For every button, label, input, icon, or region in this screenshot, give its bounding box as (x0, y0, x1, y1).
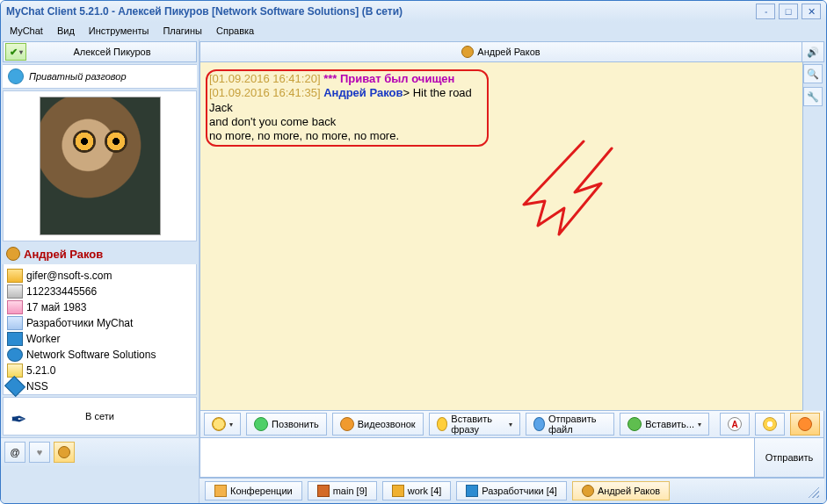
annotation-box: [01.09.2016 16:41:20] *** Приват был очи… (206, 69, 489, 147)
message-input[interactable] (200, 438, 754, 477)
person-icon (58, 446, 70, 458)
tab-main[interactable]: main [9] (308, 481, 377, 500)
annotation-arrow-icon (506, 131, 629, 271)
menu-view[interactable]: Вид (52, 24, 80, 38)
chat-sep: > (403, 86, 412, 99)
menubar: MyChat Вид Инструменты Плагины Справка (1, 22, 826, 40)
tabs-bar: Конференции main [9] work [4] Разработчи… (199, 478, 824, 503)
paste-button[interactable]: Вставить... ▾ (620, 413, 709, 436)
info-org: Network Software Solutions (7, 347, 192, 363)
tab-developers[interactable]: Разработчики [4] (456, 481, 567, 500)
chat-header-name: Андрей Раков (477, 47, 540, 57)
user-icon (582, 485, 594, 497)
self-status-button[interactable]: ✔▾ (5, 43, 26, 61)
chat-line-message: [01.09.2016 16:41:35] Андрей Раков> Hit … (209, 86, 482, 143)
chat-sender: Андрей Раков (323, 86, 403, 99)
home-icon (214, 485, 227, 497)
maximize-button[interactable]: □ (779, 4, 798, 19)
chat-header: Андрей Раков 🔊 (199, 41, 824, 62)
chat-header-tab[interactable]: Андрей Раков (200, 42, 802, 61)
avatar-area (3, 90, 197, 241)
chat-body-wrap: [01.09.2016 16:41:20] *** Приват был очи… (199, 62, 824, 411)
chat-line-system: [01.09.2016 16:41:20] *** Приват был очи… (209, 72, 482, 86)
titlebar: MyChat Client 5.21.0 - Алексей Пикуров [… (1, 1, 826, 22)
magic-button[interactable] (755, 413, 785, 436)
diamond-icon (4, 376, 25, 397)
contact-avatar[interactable] (40, 97, 161, 235)
magic-icon (763, 417, 777, 431)
org-icon (7, 348, 23, 362)
window-title: MyChat Client 5.21.0 - Алексей Пикуров [… (6, 5, 752, 18)
self-name: Алексей Пикуров (28, 47, 196, 57)
info-phone: 112233445566 (7, 284, 192, 299)
emoji-button[interactable]: ▾ (204, 413, 241, 436)
app-window: MyChat Client 5.21.0 - Алексей Пикуров [… (0, 0, 827, 504)
close-button[interactable]: ✕ (802, 4, 821, 19)
orange-icon (798, 417, 812, 431)
contact-status-icon (6, 247, 20, 261)
dev-icon (466, 485, 478, 497)
chat-timestamp: [01.09.2016 16:41:35] (209, 86, 321, 99)
tab-conferences[interactable]: Конференции (205, 481, 302, 500)
presence-row: ✒ В сети (3, 397, 197, 436)
contact-info-list: gifer@nsoft-s.com 112233445566 17 май 19… (3, 264, 197, 395)
sound-button[interactable]: 🔊 (802, 42, 823, 61)
content: ✔▾ Алексей Пикуров Приватный разговор Ан… (1, 40, 826, 503)
contact-name: Андрей Раков (24, 248, 103, 261)
phone-icon (7, 284, 23, 299)
self-header: ✔▾ Алексей Пикуров (3, 41, 197, 62)
phrase-icon (437, 417, 448, 431)
tab-work[interactable]: work [4] (382, 481, 452, 500)
chat-side-toolbar: 🔍 🔧 (803, 62, 824, 411)
chat-body[interactable]: [01.09.2016 16:41:20] *** Приват был очи… (199, 62, 803, 411)
minimize-button[interactable]: ˗ (756, 4, 775, 19)
chat-text-2: and don't you come back (209, 115, 336, 128)
role-icon (7, 332, 23, 346)
mail-icon (7, 269, 23, 283)
send-button[interactable]: Отправить (754, 438, 823, 477)
tab-contact[interactable]: Андрей Раков (572, 481, 670, 500)
side-settings-button[interactable]: 🔧 (803, 87, 823, 106)
info-extra: NSS (7, 378, 192, 394)
video-icon (340, 417, 354, 431)
mode-label: Приватный разговор (29, 71, 127, 82)
at-button[interactable]: @ (4, 442, 25, 463)
menu-help[interactable]: Справка (211, 24, 259, 38)
chat-system-text: *** Приват был очищен (323, 72, 454, 85)
quill-icon: ✒ (11, 408, 26, 431)
video-button[interactable]: Видеозвонок (332, 413, 424, 436)
version-icon (7, 364, 23, 378)
contact-card-button[interactable] (54, 442, 75, 463)
menu-tools[interactable]: Инструменты (83, 24, 155, 38)
font-color-button[interactable]: A (720, 413, 750, 436)
call-button[interactable]: Позвонить (246, 413, 327, 436)
info-birthday: 17 май 1983 (7, 299, 192, 315)
info-role: Worker (7, 331, 192, 347)
presence-label: В сети (85, 411, 114, 421)
user-icon (8, 68, 24, 84)
smile-icon (212, 417, 226, 431)
chat-text-3: no more, no more, no more, no more. (209, 129, 399, 142)
font-a-icon: A (728, 417, 742, 431)
side-search-button[interactable]: 🔍 (803, 64, 823, 83)
cake-icon (7, 300, 23, 314)
left-bottom-toolbar: @ ♥ (1, 437, 199, 466)
orange-button[interactable] (790, 413, 820, 436)
phrase-button[interactable]: Вставить фразу ▾ (429, 413, 520, 436)
work-icon (392, 485, 404, 497)
menu-mychat[interactable]: MyChat (4, 24, 48, 38)
heart-button[interactable]: ♥ (29, 442, 50, 463)
info-version: 5.21.0 (7, 363, 192, 378)
right-panel: Андрей Раков 🔊 [01.09.2016 16:41:20] ***… (199, 41, 824, 503)
paste-icon (628, 417, 642, 431)
chat-timestamp: [01.09.2016 16:41:20] (209, 72, 321, 85)
contact-name-row: Андрей Раков (1, 243, 199, 264)
send-file-button[interactable]: Отправить файл (526, 413, 614, 436)
call-icon (254, 417, 268, 431)
resize-grip[interactable] (805, 484, 819, 498)
menu-plugins[interactable]: Плагины (157, 24, 207, 38)
mode-row: Приватный разговор (3, 64, 197, 89)
group-icon (7, 316, 23, 330)
main-icon (317, 485, 330, 497)
info-group: Разработчики MyChat (7, 315, 192, 331)
